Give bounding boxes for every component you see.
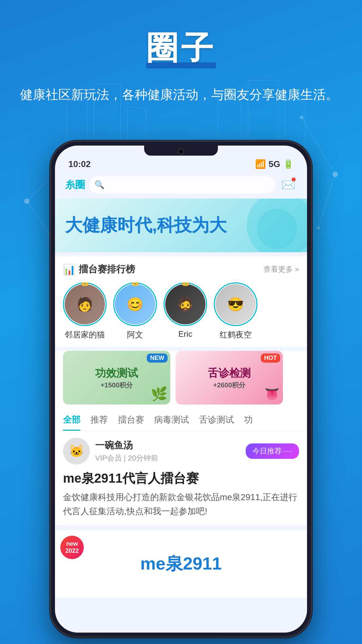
activity-section: 功效测试 +1500积分 NEW 🌿 舌诊检测 +2600积分 HOT 👅 [55, 351, 307, 409]
tab-recommend[interactable]: 推荐 [90, 414, 108, 431]
app-logo: 糸圈 [65, 178, 85, 192]
ranking-header: 📊 擂台赛排行榜 查看更多 » [63, 263, 299, 276]
post-username: 一碗鱼汤 [95, 439, 240, 452]
ranking-item[interactable]: 😎 红鹤夜空 [214, 282, 257, 340]
activity-decoration-1: 🌿 [151, 386, 168, 402]
crown-icon: 👑 [131, 284, 140, 286]
post-content: 金饮健康科技用心打造的新款金银花饮品me泉2911,正在进行代言人征集活动,快点… [63, 490, 299, 518]
ranking-name: 邻居家的猫 [65, 329, 105, 340]
ranking-avatar-wrap: 👑 😊 [113, 282, 157, 326]
crown-icon: 👑 [181, 284, 190, 286]
activity-badge-2: HOT [261, 354, 280, 363]
post-time: 20分钟前 [128, 454, 158, 462]
activity-card-green[interactable]: 功效测试 +1500积分 NEW 🌿 [63, 351, 170, 405]
activity-points-2: +2600积分 [208, 381, 251, 390]
network-type: 5G [268, 159, 280, 169]
status-time: 10:02 [68, 159, 91, 169]
svg-point-4 [317, 226, 320, 230]
activity-decoration-2: 👅 [264, 387, 280, 401]
ranking-section: 📊 擂台赛排行榜 查看更多 » 👑 🧑 [55, 256, 307, 347]
tab-arena[interactable]: 擂台赛 [118, 414, 144, 431]
banner: 大健康时代,科技为大 [55, 199, 307, 252]
tab-more[interactable]: 功 [244, 414, 253, 431]
ranking-item[interactable]: 👑 🧔 Eric [164, 282, 207, 340]
post-separator: | [124, 454, 128, 462]
svg-line-9 [27, 201, 50, 235]
post-title: me泉2911代言人擂台赛 [63, 470, 299, 487]
avatar-ring [63, 282, 107, 326]
ranking-name: 阿文 [127, 329, 143, 340]
avatar-ring [113, 282, 157, 326]
status-icons: 📶 5G 🔋 [255, 159, 294, 169]
post-meta: VIP会员 | 20分钟前 [95, 453, 240, 463]
search-bar[interactable]: 🔍 [89, 176, 276, 194]
tab-all[interactable]: 全部 [63, 414, 80, 431]
bar-chart-icon: 📊 [63, 264, 75, 275]
svg-point-3 [333, 172, 338, 177]
ranking-title-text: 擂台赛排行榜 [79, 263, 135, 276]
post-recommend-badge: 今日推荐····· [246, 443, 299, 459]
activity-title-2: 舌诊检测 [208, 366, 251, 381]
battery-icon: 🔋 [283, 159, 294, 169]
ranking-name: Eric [178, 329, 192, 339]
activity-badge-1: NEW [147, 354, 168, 363]
post-user-info: 一碗鱼汤 VIP会员 | 20分钟前 [95, 439, 240, 463]
signal-icon: 📶 [255, 159, 266, 169]
post-section: 🐱 一碗鱼汤 VIP会员 | 20分钟前 今日推荐····· me泉2911代言… [55, 431, 307, 525]
activity-title-1: 功效测试 [95, 366, 138, 381]
ranking-item[interactable]: 👑 😊 阿文 [113, 282, 157, 340]
svg-point-2 [300, 115, 304, 119]
phone-camera [178, 148, 184, 155]
post-avatar: 🐱 [63, 438, 90, 465]
ranking-avatar-wrap: 😎 [214, 282, 257, 326]
year-label: 2022 [65, 547, 79, 555]
crown-icon: 👑 [80, 284, 89, 286]
app-header: 糸圈 🔍 ✉️ [55, 173, 307, 199]
post-vip-label: VIP会员 [95, 454, 122, 462]
phone-frame: 10:02 📶 5G 🔋 糸圈 🔍 ✉️ 大 [50, 141, 312, 637]
post-header: 🐱 一碗鱼汤 VIP会员 | 20分钟前 今日推荐····· [63, 438, 299, 465]
activity-points-1: +1500积分 [95, 381, 138, 390]
tab-virus[interactable]: 病毒测试 [154, 414, 189, 431]
ranking-list: 👑 🧑 邻居家的猫 👑 😊 [63, 282, 299, 340]
page-title: 圈子 [146, 27, 216, 70]
ranking-title: 📊 擂台赛排行榜 [63, 263, 135, 276]
phone-mockup: 10:02 📶 5G 🔋 糸圈 🔍 ✉️ 大 [50, 141, 312, 637]
ranking-avatar-wrap: 👑 🧔 [164, 282, 207, 326]
page-title-wrap: 圈子 [146, 27, 216, 70]
product-name: me泉2911 [55, 552, 307, 576]
avatar-ring [164, 282, 207, 326]
avatar-ring [214, 282, 257, 326]
tab-tongue[interactable]: 舌诊测试 [199, 414, 234, 431]
tabs-section: 全部 推荐 擂台赛 病毒测试 舌诊测试 功 [55, 409, 307, 431]
page-subtitle: 健康社区新玩法，各种健康活动，与圈友分享健康生活。 [0, 70, 362, 106]
bottom-strip: new 2022 me泉2911 [55, 530, 307, 597]
new-badge: new 2022 [60, 536, 84, 559]
svg-point-0 [24, 199, 29, 204]
search-icon: 🔍 [95, 180, 105, 190]
activity-card-pink[interactable]: 舌诊检测 +2600积分 HOT 👅 [176, 351, 283, 405]
phone-notch [144, 146, 218, 156]
svg-line-8 [318, 174, 335, 228]
ranking-avatar-wrap: 👑 🧑 [63, 282, 107, 326]
ranking-item[interactable]: 👑 🧑 邻居家的猫 [63, 282, 107, 340]
ranking-more[interactable]: 查看更多 » [263, 264, 299, 274]
page-header: 圈子 健康社区新玩法，各种健康活动，与圈友分享健康生活。 [0, 0, 362, 106]
banner-text: 大健康时代,科技为大 [65, 214, 227, 237]
phone-screen: 10:02 📶 5G 🔋 糸圈 🔍 ✉️ 大 [55, 146, 307, 633]
mail-button[interactable]: ✉️ [280, 176, 297, 194]
mail-notification-dot [292, 177, 296, 181]
ranking-name: 红鹤夜空 [220, 329, 252, 340]
new-label: new [66, 540, 78, 548]
